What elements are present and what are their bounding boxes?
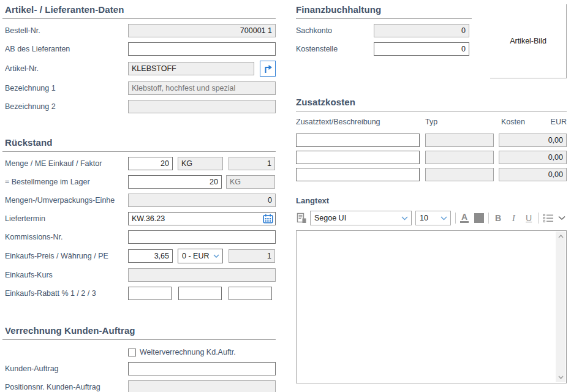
row-bestellmenge: = Bestellmenge im Lager (2, 175, 276, 189)
font-family-select[interactable]: Segoe UI (310, 211, 412, 225)
row-liefertermin: Liefertermin (2, 212, 276, 225)
einkaufs-rabatt-label: Einkaufs-Rabatt % 1 / 2 / 3 (2, 289, 128, 298)
zusatzkosten-typ-field-1[interactable] (425, 134, 494, 147)
zusatzkosten-col-typ: Typ (425, 118, 501, 126)
zusatzkosten-kosten-field-3[interactable] (499, 168, 567, 181)
row-einkaufs-kurs: Einkaufs-Kurs (2, 268, 276, 282)
bestellmenge-field[interactable] (128, 175, 222, 189)
zusatzkosten-typ-field-3[interactable] (425, 168, 494, 181)
kommissions-nr-field[interactable] (128, 230, 276, 244)
zusatzkosten-row (296, 168, 567, 181)
font-size-select[interactable]: 10 (415, 211, 451, 225)
row-bestell-nr: Bestell-Nr. (2, 24, 276, 37)
row-weiterverrechnung: Weiterverrechnung Kd.Auftr. (2, 347, 276, 357)
zusatzkosten-kosten-field-2[interactable] (499, 151, 567, 164)
highlight-color-icon[interactable] (474, 213, 484, 223)
rabatt-1-field[interactable] (128, 287, 172, 300)
zusatzkosten-beschreibung-field-3[interactable] (296, 168, 420, 181)
bullet-list-icon[interactable] (543, 214, 554, 222)
left-column: Artikel- / Lieferanten-Daten Bestell-Nr.… (2, 2, 276, 392)
bestellmenge-label: = Bestellmenge im Lager (2, 178, 128, 186)
menge-field[interactable] (128, 157, 173, 170)
kostenstelle-field[interactable] (374, 42, 469, 56)
row-menge-me-faktor: Menge / ME Einkauf / Faktor (2, 157, 276, 170)
chevron-down-icon (213, 254, 219, 258)
bezeichnung-1-label: Bezeichnung 1 (2, 84, 128, 92)
liefertermin-label: Liefertermin (2, 214, 128, 223)
rabatt-3-field[interactable] (229, 287, 272, 300)
bezeichnung-1-field[interactable] (128, 81, 276, 95)
zusatzkosten-row (296, 151, 567, 164)
zusatzkosten-row (296, 134, 567, 147)
jump-arrow-icon (263, 64, 273, 74)
zusatzkosten-header-row: Zusatztext/Beschreibung Typ Kosten EUR (296, 118, 567, 126)
einkaufspreis-field[interactable] (128, 249, 173, 263)
langtext-title: Langtext (296, 196, 567, 205)
kunden-auftrag-field[interactable] (128, 362, 276, 375)
row-kunden-auftrag: Kunden-Auftrag (2, 362, 276, 375)
rabatt-2-field[interactable] (178, 287, 222, 300)
preiseinheit-field[interactable] (229, 249, 275, 263)
underline-button[interactable]: U (524, 213, 534, 223)
italic-button[interactable]: I (509, 213, 518, 224)
bestellmenge-unit-field[interactable] (226, 175, 275, 189)
faktor-field[interactable] (229, 157, 275, 170)
langtext-editor[interactable] (296, 230, 567, 383)
text-block-icon[interactable] (296, 213, 307, 224)
ab-lieferant-label: AB des Lieferanten (2, 45, 128, 53)
kommissions-nr-label: Kommissions-Nr. (2, 233, 128, 241)
zusatzkosten-beschreibung-field-1[interactable] (296, 134, 420, 147)
toolbar-separator (538, 213, 539, 224)
positionsnr-field[interactable] (128, 380, 276, 392)
waehrung-select[interactable]: 0 - EUR (178, 249, 223, 263)
row-bezeichnung-1: Bezeichnung 1 (2, 81, 276, 95)
artikel-nr-field[interactable] (128, 62, 254, 75)
langtext-content[interactable] (297, 231, 556, 383)
langtext-scrollbar[interactable] (556, 232, 565, 382)
sachkonto-field[interactable] (374, 24, 469, 37)
row-einkaufs-rabatt: Einkaufs-Rabatt % 1 / 2 / 3 (2, 287, 276, 300)
artikel-nr-label: Artikel-Nr. (2, 64, 128, 73)
section-title-verrechnung: Verrechnung Kunden-Auftrag (2, 323, 276, 340)
menge-me-faktor-label: Menge / ME Einkauf / Faktor (2, 159, 128, 168)
artikel-bild-box[interactable]: Artikel-Bild (490, 4, 567, 78)
font-color-icon[interactable]: A (460, 213, 469, 223)
liefertermin-field[interactable] (128, 212, 276, 225)
row-artikel-nr: Artikel-Nr. (2, 61, 276, 77)
zusatzkosten-kosten-field-1[interactable] (499, 134, 567, 147)
positionsnr-label: Positionsnr. Kunden-Auftrag (2, 383, 128, 391)
me-einkauf-field[interactable] (178, 157, 223, 170)
zusatzkosten-col-eur: EUR (551, 118, 567, 126)
chevron-down-icon (441, 216, 447, 221)
zusatzkosten-col-beschreibung: Zusatztext/Beschreibung (296, 118, 425, 126)
bezeichnung-2-label: Bezeichnung 2 (2, 102, 128, 111)
section-title-finanzbuchhaltung: Finanzbuchhaltung (296, 2, 472, 19)
row-kommissions-nr: Kommissions-Nr. (2, 230, 276, 244)
ab-lieferant-field[interactable] (128, 42, 276, 56)
bold-button[interactable]: B (493, 213, 503, 223)
font-size-value: 10 (420, 214, 428, 222)
more-options-icon[interactable] (558, 216, 565, 221)
toolbar-separator (488, 213, 489, 224)
einkaufs-kurs-field[interactable] (128, 268, 276, 282)
zusatzkosten-typ-field-2[interactable] (425, 151, 494, 164)
toolbar-separator (455, 213, 456, 224)
zusatzkosten-beschreibung-field-2[interactable] (296, 151, 420, 164)
row-einkaufspreis: Einkaufs-Preis / Währung / PE 0 - EUR (2, 249, 276, 263)
row-bezeichnung-2: Bezeichnung 2 (2, 100, 276, 113)
scroll-down-icon[interactable] (556, 372, 565, 382)
scroll-up-icon[interactable] (556, 232, 565, 241)
bestell-nr-field[interactable] (128, 24, 276, 37)
open-artikel-button[interactable] (260, 61, 276, 77)
umverpackung-field[interactable] (128, 194, 276, 207)
row-ab-lieferant: AB des Lieferanten (2, 42, 276, 56)
chevron-down-icon (401, 216, 408, 221)
calendar-icon[interactable] (263, 214, 273, 224)
bezeichnung-2-field[interactable] (128, 100, 276, 113)
row-positionsnr: Positionsnr. Kunden-Auftrag (2, 380, 276, 392)
section-title-rueckstand: Rückstand (2, 135, 276, 152)
weiterverrechnung-checkbox[interactable] (128, 349, 136, 356)
font-family-value: Segoe UI (314, 214, 346, 222)
row-umverpackung: Mengen-/Umverpackungs-Einhe (2, 194, 276, 207)
kunden-auftrag-label: Kunden-Auftrag (2, 364, 128, 373)
